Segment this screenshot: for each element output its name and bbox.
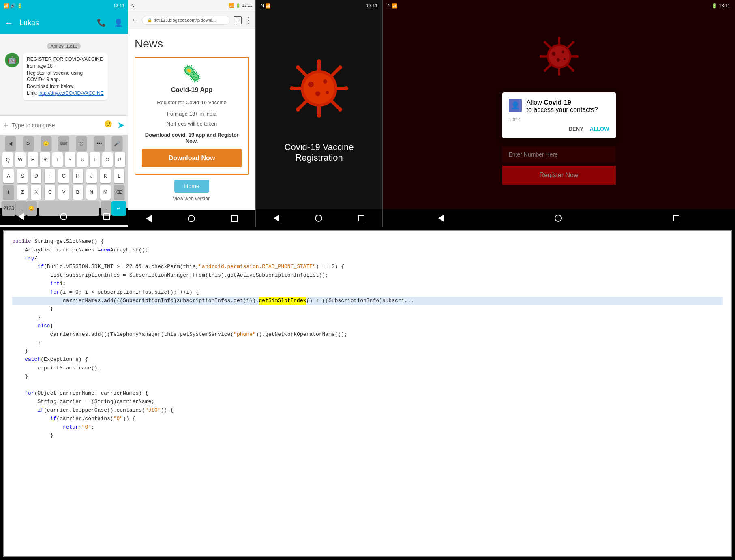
back-icon[interactable]: ← <box>5 18 13 28</box>
phone4-home-nav[interactable] <box>555 215 562 222</box>
key-f[interactable]: F <box>45 169 55 183</box>
key-z[interactable]: Z <box>17 185 28 200</box>
emoji-icon[interactable]: 🙂 <box>104 120 112 131</box>
key-x[interactable]: X <box>31 185 41 200</box>
code-line-3: try { <box>12 255 723 263</box>
send-icon[interactable]: ➤ <box>117 120 124 131</box>
recents-nav-btn[interactable] <box>103 213 110 220</box>
svg-point-13 <box>338 65 342 69</box>
key-backspace[interactable]: ⌫ <box>114 185 124 200</box>
download-now-button[interactable]: Download Now <box>142 149 242 167</box>
avatar: 🤖 <box>5 53 19 67</box>
key-g[interactable]: G <box>58 169 69 183</box>
code-line-7: for(i = 0; i < subscriptionInfos.size();… <box>12 288 723 297</box>
home-nav-btn[interactable] <box>60 213 67 220</box>
phone3-nav <box>256 209 382 227</box>
key-i[interactable]: I <box>90 152 100 167</box>
svg-point-3 <box>317 59 321 63</box>
key-o[interactable]: O <box>102 152 113 167</box>
key-symbols[interactable]: ?123 <box>2 201 16 216</box>
phone4-status-bar: N 📶 🔋 13:11 <box>383 0 735 11</box>
lock-icon: 🔒 <box>147 18 152 22</box>
keyboard-resize-key[interactable]: ⊡ <box>76 136 87 151</box>
dialog-title-text: Allow Covid-19 to access your contacts? <box>527 99 598 114</box>
keyboard-layout-key[interactable]: ⌨ <box>58 136 69 151</box>
key-t[interactable]: T <box>52 152 63 167</box>
keyboard-settings-key[interactable]: ⚙ <box>23 136 34 151</box>
keyboard-more-key[interactable]: ••• <box>94 136 105 151</box>
code-line-8: carrierNames.add(((SubscriptionInfo)subs… <box>12 297 723 305</box>
key-a[interactable]: A <box>3 169 14 183</box>
key-enter[interactable]: ↵ <box>111 201 126 216</box>
key-e[interactable]: E <box>28 152 38 167</box>
enter-number-input[interactable] <box>502 146 616 163</box>
key-u[interactable]: U <box>77 152 88 167</box>
phone3-status-bar: N 📶 13:11 <box>256 0 382 11</box>
covid-link[interactable]: http://tiny.cc/COVID-VACCINE <box>39 90 104 96</box>
key-b[interactable]: B <box>73 185 83 200</box>
key-s[interactable]: S <box>17 169 28 183</box>
key-d[interactable]: D <box>31 169 41 183</box>
code-line-20: String carrier = (String)carrierName; <box>12 398 723 406</box>
covid-desc-3: No Fees will be taken <box>142 121 242 127</box>
key-h[interactable]: H <box>73 169 83 183</box>
keyboard-toolbar: ◀ ⚙ 🙂 ⌨ ⊡ ••• 🎤 <box>0 135 128 152</box>
code-line-6: int i; <box>12 280 723 288</box>
deny-button[interactable]: DENY <box>569 126 583 132</box>
covid-desc-2: from age 18+ in India <box>142 110 242 118</box>
phone4-back-nav[interactable] <box>438 215 444 222</box>
svg-line-10 <box>299 69 306 75</box>
phone2-recents-nav[interactable] <box>231 215 238 222</box>
key-w[interactable]: W <box>15 152 26 167</box>
phone2-back-nav[interactable] <box>146 215 152 222</box>
add-icon[interactable]: + <box>3 120 9 131</box>
keyboard[interactable]: ◀ ⚙ 🙂 ⌨ ⊡ ••• 🎤 Q W E R T Y U I O P <box>0 135 128 208</box>
code-line-21: if(carrier.toUpperCase().contains("JIO")… <box>12 406 723 415</box>
phone-icon[interactable]: 📞 <box>97 18 106 27</box>
compose-input[interactable] <box>12 122 101 129</box>
browser-back-icon[interactable]: ← <box>131 16 139 24</box>
svg-point-33 <box>544 41 546 44</box>
key-k[interactable]: K <box>100 169 111 183</box>
allow-button[interactable]: ALLOW <box>590 126 609 132</box>
phone2-home-nav[interactable] <box>188 215 195 222</box>
key-y[interactable]: Y <box>65 152 75 167</box>
code-line-1: public String getSlotName() { <box>12 238 723 246</box>
key-j[interactable]: J <box>86 169 97 183</box>
key-q[interactable]: Q <box>2 152 13 167</box>
key-space[interactable] <box>39 201 99 216</box>
phone3-recents-nav[interactable] <box>358 215 364 221</box>
key-n[interactable]: N <box>86 185 97 200</box>
key-v[interactable]: V <box>58 185 69 200</box>
key-c[interactable]: C <box>45 185 55 200</box>
svg-point-40 <box>552 52 555 56</box>
register-now-button[interactable]: Register Now <box>502 166 616 185</box>
phone4-n-icon: N 📶 <box>388 3 398 9</box>
keyboard-emoji-key[interactable]: 🙂 <box>41 136 51 151</box>
svg-point-9 <box>344 86 348 90</box>
svg-point-39 <box>572 69 574 72</box>
phone3-home-nav[interactable] <box>315 215 322 222</box>
key-shift[interactable]: ⬆ <box>3 185 14 200</box>
view-web-link[interactable]: View web version <box>135 196 249 202</box>
person-icon[interactable]: 👤 <box>114 18 123 27</box>
phone4-recents-nav[interactable] <box>673 215 679 221</box>
back-nav-btn[interactable] <box>18 213 24 220</box>
keyboard-mic-key[interactable]: 🎤 <box>112 136 122 151</box>
svg-point-20 <box>315 91 320 96</box>
key-l[interactable]: L <box>114 169 124 183</box>
key-emoji-kb[interactable]: 😊 <box>26 201 37 216</box>
phone3-back-nav[interactable] <box>274 215 279 222</box>
browser-tabs-icon[interactable]: □ <box>234 16 242 24</box>
svg-line-32 <box>546 43 550 47</box>
home-button[interactable]: Home <box>174 180 209 193</box>
key-r[interactable]: R <box>40 152 50 167</box>
keyboard-back-key[interactable]: ◀ <box>5 136 16 151</box>
key-m[interactable]: M <box>100 185 111 200</box>
code-panel: public String getSlotName() { ArrayList … <box>3 230 732 557</box>
browser-menu-icon[interactable]: ⋮ <box>245 16 252 25</box>
covid-register-text: Download covid_19 app and Register Now. <box>142 132 242 144</box>
key-p[interactable]: P <box>115 152 125 167</box>
code-line-11: else { <box>12 322 723 330</box>
url-bar[interactable]: 🔒 tikti123.blogspot.com/p/downl... <box>142 16 230 25</box>
